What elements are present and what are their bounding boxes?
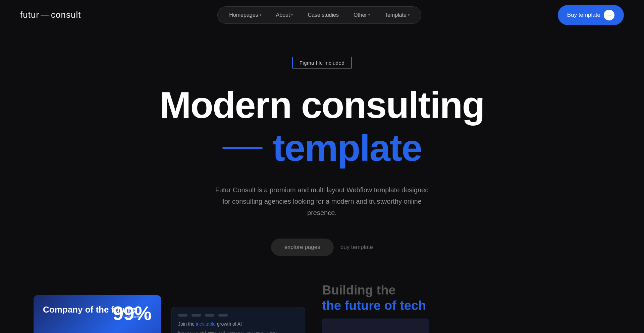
preview-card-right-inner (322, 319, 429, 333)
nav-other-label: Other (354, 12, 367, 18)
nav-template-label: Template (385, 12, 407, 18)
nav-homepages-label: Homepages (229, 12, 258, 18)
nav-item-other[interactable]: Other ▾ (347, 9, 376, 21)
hero-ctas: explore pages buy template (271, 239, 373, 256)
nav-about-label: About (276, 12, 290, 18)
nav-item-homepages[interactable]: Homepages ▾ (223, 9, 267, 21)
buy-template-hero-button[interactable]: buy template (340, 244, 373, 251)
preview-section: Company of the future 99% 500k daily use… (0, 263, 644, 333)
arrow-right-icon: → (604, 10, 614, 20)
card-middle-main-text: Join the inevitable growth of AI (178, 321, 298, 328)
logo-consult: consult (51, 10, 81, 20)
card-middle-body: Join the inevitable growth of AI Fusce r… (178, 321, 298, 333)
buy-template-button[interactable]: Buy template → (558, 5, 624, 25)
preview-card-left: Company of the future 99% 500k daily use… (34, 295, 161, 333)
chevron-down-icon: ▾ (408, 13, 410, 17)
chevron-down-icon: ▾ (260, 13, 261, 17)
figma-badge: Figma file included (292, 57, 353, 69)
highlight-text: inevitable (196, 321, 216, 327)
nav-case-studies-label: Case studies (308, 12, 339, 18)
hero-dash-decoration (222, 147, 263, 149)
future-title: the future of tech (322, 298, 604, 314)
preview-mini-nav (178, 314, 298, 317)
chevron-down-icon: ▾ (368, 13, 370, 17)
nav-item-case-studies[interactable]: Case studies (302, 9, 345, 21)
mini-nav-item (218, 314, 228, 317)
hero-title-line1: Modern consulting (160, 85, 484, 125)
figma-badge-text: Figma file included (300, 60, 345, 66)
building-title: Building the (322, 283, 604, 298)
hero-title-line2-text: template (273, 128, 422, 168)
nav-item-template[interactable]: Template ▾ (379, 9, 416, 21)
mini-nav-item (205, 314, 214, 317)
card-stat-99: 99% (113, 302, 152, 324)
mini-nav-item (192, 314, 201, 317)
logo: futur—consult (20, 10, 81, 20)
preview-card-middle: Join the inevitable growth of AI Fusce r… (171, 307, 305, 333)
hero-title-line2: template (222, 128, 422, 168)
mini-nav-item (178, 314, 187, 317)
buy-template-label: Buy template (567, 12, 600, 18)
hero-section: Figma file included Modern consulting te… (0, 30, 644, 256)
hero-subtitle: Futur Consult is a premium and multi lay… (211, 184, 433, 218)
chevron-down-icon: ▾ (291, 13, 293, 17)
preview-card-right: Building the the future of tech (315, 276, 610, 333)
card-middle-sub-text: Fusce risus nisl, viverra sit, tempor et… (178, 330, 298, 333)
card-stat-500k: 500k (43, 331, 152, 333)
card-stat1-label: satisfaction rate (123, 315, 152, 319)
navbar: futur—consult Homepages ▾ About ▾ Case s… (0, 0, 644, 30)
logo-dash: — (41, 10, 50, 20)
nav-item-about[interactable]: About ▾ (270, 9, 299, 21)
explore-pages-button[interactable]: explore pages (271, 239, 334, 256)
logo-futur: futur (20, 10, 39, 20)
nav-links: Homepages ▾ About ▾ Case studies Other ▾… (217, 6, 421, 24)
